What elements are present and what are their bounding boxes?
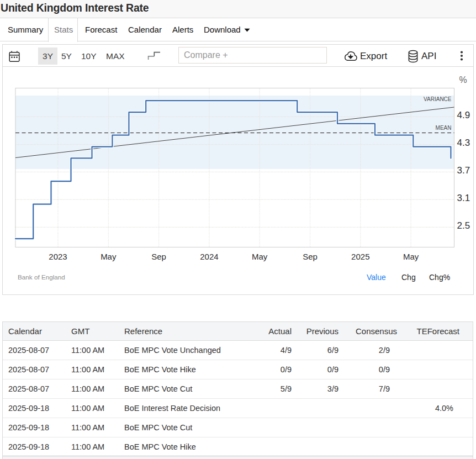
svg-text:3.7: 3.7	[457, 165, 470, 176]
svg-text:2023: 2023	[49, 252, 67, 261]
svg-text:Sep: Sep	[303, 252, 318, 261]
svg-text:2.5: 2.5	[457, 220, 470, 231]
svg-text:Sep: Sep	[151, 252, 166, 261]
svg-text:VARIANCE: VARIANCE	[424, 96, 452, 102]
svg-text:%: %	[459, 75, 467, 85]
svg-text:May: May	[252, 252, 268, 261]
svg-text:2024: 2024	[200, 252, 218, 261]
svg-text:May: May	[403, 252, 419, 261]
svg-text:MEAN: MEAN	[436, 125, 452, 131]
svg-text:4.9: 4.9	[457, 110, 470, 120]
svg-text:3.1: 3.1	[457, 193, 470, 203]
svg-text:May: May	[101, 252, 117, 261]
svg-text:4.3: 4.3	[457, 138, 470, 148]
svg-text:2025: 2025	[351, 252, 369, 261]
